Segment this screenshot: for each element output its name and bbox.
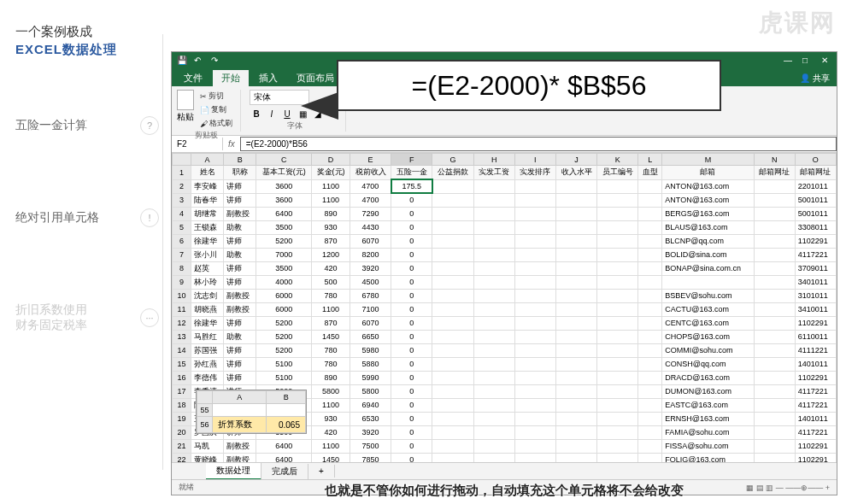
cell[interactable]: 0 [391, 207, 432, 220]
cell[interactable]: 0 [391, 302, 432, 316]
cell[interactable] [514, 220, 555, 234]
cell[interactable] [514, 275, 555, 289]
cell[interactable] [473, 275, 514, 289]
cell[interactable] [473, 439, 514, 453]
cell[interactable] [754, 179, 795, 193]
cell[interactable]: 890 [312, 207, 350, 220]
cell[interactable] [514, 425, 555, 439]
cell[interactable] [473, 289, 514, 302]
share-button[interactable]: 👤 共享 [793, 71, 837, 86]
cell[interactable] [754, 289, 795, 302]
cell[interactable] [638, 302, 662, 316]
cell[interactable] [597, 302, 638, 316]
cell[interactable] [514, 179, 555, 193]
copy-button[interactable]: 📄 复制 [197, 103, 235, 116]
cell[interactable]: 930 [312, 220, 350, 234]
row-header[interactable]: 9 [173, 275, 191, 289]
row-header[interactable]: 17 [173, 384, 191, 398]
cell[interactable] [638, 248, 662, 261]
cell[interactable] [638, 371, 662, 384]
cell[interactable] [597, 193, 638, 207]
row-header[interactable]: 12 [173, 316, 191, 330]
cell[interactable]: 780 [312, 289, 350, 302]
row-header[interactable]: 6 [173, 234, 191, 248]
cell[interactable]: 5980 [350, 343, 391, 357]
column-title[interactable]: 实发工资 [473, 166, 514, 180]
cell[interactable]: 1401011 [795, 412, 836, 425]
cell[interactable]: 3920 [350, 261, 391, 275]
undo-icon[interactable]: ↶ [194, 56, 204, 66]
cell[interactable]: 3920 [350, 425, 391, 439]
cell[interactable] [473, 384, 514, 398]
cell[interactable]: 7500 [350, 439, 391, 453]
col-header[interactable]: A [191, 154, 224, 166]
cell[interactable] [597, 371, 638, 384]
cell[interactable]: 4117221 [795, 425, 836, 439]
minimize-icon[interactable]: — [784, 56, 794, 66]
cell[interactable] [432, 425, 473, 439]
cell[interactable]: 0 [391, 371, 432, 384]
cell[interactable] [555, 343, 596, 357]
cell[interactable] [754, 316, 795, 330]
col-header[interactable]: D [312, 154, 350, 166]
cell[interactable]: 副教授 [224, 289, 256, 302]
cell[interactable]: 讲师 [224, 193, 256, 207]
cell[interactable]: 3500 [256, 261, 312, 275]
row-header[interactable]: 5 [173, 220, 191, 234]
cell[interactable]: 0 [391, 234, 432, 248]
cell[interactable]: 870 [312, 234, 350, 248]
cell[interactable] [514, 357, 555, 371]
cell[interactable] [638, 357, 662, 371]
cell[interactable] [555, 207, 596, 220]
cell[interactable] [555, 220, 596, 234]
cell[interactable]: DRACD@163.com [662, 371, 754, 384]
cell[interactable]: 4117221 [795, 384, 836, 398]
col-header[interactable]: O [795, 154, 836, 166]
maximize-icon[interactable]: □ [802, 56, 813, 66]
cell[interactable]: 5200 [256, 234, 312, 248]
cell[interactable]: 5001011 [795, 193, 836, 207]
cell[interactable]: 3709011 [795, 261, 836, 275]
cell[interactable]: 助教 [224, 248, 256, 261]
cell[interactable]: 马凯 [191, 439, 224, 453]
column-title[interactable]: 公益捐款 [432, 166, 473, 180]
cell[interactable]: 3308011 [795, 220, 836, 234]
cell[interactable] [473, 357, 514, 371]
cell[interactable] [555, 439, 596, 453]
cell[interactable]: 4111221 [795, 343, 836, 357]
cell[interactable]: 3401011 [795, 275, 836, 289]
cell[interactable] [597, 384, 638, 398]
row-header[interactable]: 16 [173, 371, 191, 384]
cell[interactable] [638, 384, 662, 398]
cell[interactable]: 0 [391, 398, 432, 412]
cell[interactable]: 6070 [350, 316, 391, 330]
cell[interactable] [754, 248, 795, 261]
cell[interactable] [638, 179, 662, 193]
cell[interactable] [473, 371, 514, 384]
cell[interactable]: 张小川 [191, 248, 224, 261]
cell[interactable]: 1401011 [795, 357, 836, 371]
cell[interactable] [754, 371, 795, 384]
column-title[interactable]: 邮箱网址 [754, 166, 795, 180]
cell[interactable] [432, 275, 473, 289]
underline-button[interactable]: U [280, 107, 294, 120]
save-icon[interactable]: 💾 [177, 56, 187, 66]
cell[interactable] [555, 248, 596, 261]
cell[interactable]: BSBEV@sohu.com [662, 289, 754, 302]
cell[interactable] [432, 248, 473, 261]
cell[interactable] [432, 193, 473, 207]
cell[interactable] [514, 302, 555, 316]
cell[interactable] [555, 371, 596, 384]
paste-button[interactable]: 粘贴 [177, 90, 194, 130]
cell[interactable] [555, 234, 596, 248]
cell[interactable]: 6780 [350, 289, 391, 302]
cell[interactable] [754, 207, 795, 220]
cell[interactable] [754, 275, 795, 289]
cell[interactable] [597, 316, 638, 330]
cell[interactable]: 1102291 [795, 234, 836, 248]
cell[interactable]: 0 [391, 357, 432, 371]
cell[interactable] [555, 412, 596, 425]
cell[interactable]: 6070 [350, 234, 391, 248]
cell[interactable]: 4700 [350, 179, 391, 193]
cell[interactable] [597, 220, 638, 234]
